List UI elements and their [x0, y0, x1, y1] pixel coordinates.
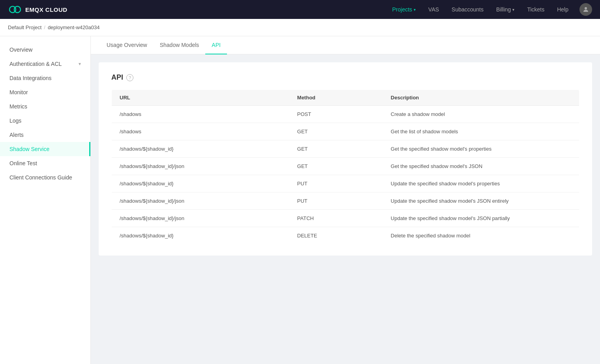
table-row: /shadows/${shadow_id}DELETEDelete the sp…: [112, 227, 579, 245]
logo-text: EMQX CLOUD: [25, 6, 68, 13]
user-avatar[interactable]: [579, 3, 592, 16]
api-table-head: URL Method Description: [112, 90, 579, 106]
tab-shadow-models[interactable]: Shadow Models: [154, 36, 206, 54]
api-header: API ?: [111, 73, 579, 82]
nav-projects[interactable]: Projects ▾: [387, 3, 422, 16]
api-title: API: [111, 73, 123, 82]
cell-url: /shadows: [112, 106, 289, 123]
main-layout: Overview Authentication & ACL ▾ Data Int…: [0, 36, 600, 364]
tabs-bar: Usage Overview Shadow Models API: [91, 36, 600, 54]
api-table-body: /shadowsPOSTCreate a shadow model/shadow…: [112, 106, 579, 245]
tab-api[interactable]: API: [205, 36, 227, 54]
nav-vas[interactable]: VAS: [423, 3, 444, 16]
cell-method: PUT: [289, 192, 383, 210]
billing-chevron-icon: ▾: [512, 7, 514, 12]
table-row: /shadowsGETGet the list of shadow models: [112, 123, 579, 140]
sidebar-item-alerts[interactable]: Alerts: [0, 128, 90, 142]
expand-icon: ▾: [79, 61, 81, 67]
table-row: /shadows/${shadow_id}PUTUpdate the speci…: [112, 175, 579, 192]
cell-method: GET: [289, 123, 383, 140]
table-header-row: URL Method Description: [112, 90, 579, 106]
cell-url: /shadows/${shadow_id}: [112, 175, 289, 192]
sidebar-item-client-connections-guide[interactable]: Client Connections Guide: [0, 170, 90, 185]
table-row: /shadowsPOSTCreate a shadow model: [112, 106, 579, 123]
cell-description: Delete the specified shadow model: [383, 227, 579, 245]
col-header-method: Method: [289, 90, 383, 106]
cell-method: DELETE: [289, 227, 383, 245]
cell-method: POST: [289, 106, 383, 123]
help-icon[interactable]: ?: [126, 74, 133, 81]
breadcrumb: Default Project / deployment-w420a034: [0, 19, 600, 36]
table-row: /shadows/${shadow_id}/jsonGETGet the spe…: [112, 158, 579, 175]
api-content-box: API ? URL Method Description /shadowsPOS…: [99, 62, 592, 256]
cell-description: Get the specified shadow model's JSON: [383, 158, 579, 175]
main-content: Usage Overview Shadow Models API API ? U…: [91, 36, 600, 364]
col-header-url: URL: [112, 90, 289, 106]
cell-description: Get the specified shadow model's propert…: [383, 140, 579, 158]
top-nav: EMQX CLOUD Projects ▾ VAS Subaccounts Bi…: [0, 0, 600, 19]
cell-description: Update the specified shadow model's JSON…: [383, 192, 579, 210]
projects-chevron-icon: ▾: [414, 7, 416, 12]
table-row: /shadows/${shadow_id}/jsonPATCHUpdate th…: [112, 210, 579, 227]
cell-method: PUT: [289, 175, 383, 192]
cell-description: Update the specified shadow model's prop…: [383, 175, 579, 192]
breadcrumb-separator: /: [44, 24, 45, 30]
cell-method: GET: [289, 140, 383, 158]
table-row: /shadows/${shadow_id}/jsonPUTUpdate the …: [112, 192, 579, 210]
sidebar-item-shadow-service[interactable]: Shadow Service: [0, 142, 90, 156]
table-row: /shadows/${shadow_id}GETGet the specifie…: [112, 140, 579, 158]
sidebar-item-overview[interactable]: Overview: [0, 43, 90, 57]
svg-point-2: [585, 7, 587, 9]
sidebar: Overview Authentication & ACL ▾ Data Int…: [0, 36, 91, 364]
svg-point-1: [14, 6, 21, 13]
avatar-icon: [582, 6, 589, 13]
sidebar-item-logs[interactable]: Logs: [0, 114, 90, 128]
sidebar-item-monitor[interactable]: Monitor: [0, 85, 90, 99]
logo[interactable]: EMQX CLOUD: [8, 2, 68, 17]
cell-url: /shadows: [112, 123, 289, 140]
cell-description: Update the specified shadow model's JSON…: [383, 210, 579, 227]
nav-help[interactable]: Help: [551, 3, 574, 16]
nav-subaccounts[interactable]: Subaccounts: [446, 3, 489, 16]
cell-url: /shadows/${shadow_id}: [112, 140, 289, 158]
nav-links: Projects ▾ VAS Subaccounts Billing ▾ Tic…: [387, 3, 592, 16]
sidebar-item-metrics[interactable]: Metrics: [0, 99, 90, 114]
sidebar-item-online-test[interactable]: Online Test: [0, 156, 90, 170]
cell-description: Create a shadow model: [383, 106, 579, 123]
cell-url: /shadows/${shadow_id}/json: [112, 192, 289, 210]
cell-url: /shadows/${shadow_id}: [112, 227, 289, 245]
cell-method: GET: [289, 158, 383, 175]
cell-url: /shadows/${shadow_id}/json: [112, 158, 289, 175]
breadcrumb-deployment[interactable]: deployment-w420a034: [48, 24, 100, 30]
api-table: URL Method Description /shadowsPOSTCreat…: [111, 90, 579, 245]
breadcrumb-default-project[interactable]: Default Project: [8, 24, 41, 30]
nav-tickets[interactable]: Tickets: [521, 3, 550, 16]
cell-method: PATCH: [289, 210, 383, 227]
logo-icon: [8, 2, 22, 17]
nav-billing[interactable]: Billing ▾: [491, 3, 520, 16]
cell-url: /shadows/${shadow_id}/json: [112, 210, 289, 227]
cell-description: Get the list of shadow models: [383, 123, 579, 140]
tab-usage-overview[interactable]: Usage Overview: [100, 36, 154, 54]
sidebar-item-auth-acl[interactable]: Authentication & ACL ▾: [0, 57, 90, 71]
sidebar-item-data-integrations[interactable]: Data Integrations: [0, 71, 90, 85]
col-header-description: Description: [383, 90, 579, 106]
